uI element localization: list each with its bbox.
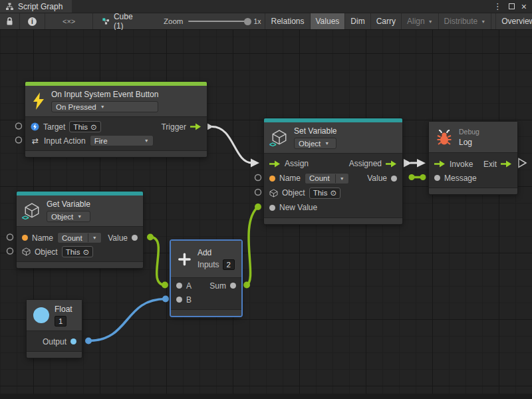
lock-icon (5, 17, 14, 26)
code-icon: <×> (63, 17, 75, 25)
target-picker-icon[interactable]: ⊙ (330, 188, 336, 198)
node-body: Assign Assigned Name Count▼ (264, 153, 402, 217)
wire-getvalue-to-a[interactable] (147, 234, 168, 289)
chevron-down-icon: ▼ (428, 19, 433, 24)
port-label: Sum (209, 281, 226, 291)
bug-icon (436, 128, 453, 146)
node-on-input-system-event[interactable]: On Input System Event Button On Pressed▼… (25, 82, 207, 157)
distribute-button[interactable]: Distribute▼ (439, 13, 492, 29)
info-icon: i (28, 17, 37, 26)
object-cube-icon (22, 247, 31, 256)
a-input-port[interactable] (176, 283, 182, 289)
graph-context-label: Cube (1) (114, 12, 136, 31)
port-label: A (186, 281, 192, 291)
toolbar-toggle-group: Relations Values Dim Carry Align▼ Distri… (265, 13, 532, 29)
window-menu-button[interactable]: ⋮ (493, 1, 502, 11)
wire-value-to-message[interactable] (409, 174, 426, 180)
chevron-down-icon: ▼ (88, 233, 97, 242)
relations-button[interactable]: Relations (265, 13, 310, 29)
node-float-literal[interactable]: Float 1 Output (27, 300, 82, 358)
trigger-flow-port[interactable] (190, 123, 201, 130)
chevron-down-icon: ▼ (481, 19, 485, 24)
target-object-chip[interactable]: This⊙ (69, 121, 100, 132)
node-add[interactable]: Add Inputs 2 A Sum (171, 241, 241, 316)
dim-button[interactable]: Dim (345, 13, 370, 29)
port-row-invoke: Invoke Exit (429, 157, 517, 171)
object-chip[interactable]: This⊙ (309, 188, 340, 199)
node-footer (27, 351, 82, 358)
code-preview-button[interactable]: <×> (45, 13, 93, 29)
overview-button[interactable]: Overview (495, 13, 532, 29)
wire-trigger-to-assign[interactable] (205, 122, 259, 168)
carry-button[interactable]: Carry (371, 13, 402, 29)
port-label: New Value (279, 203, 317, 212)
assign-flow-port[interactable] (269, 160, 281, 168)
value-output-port[interactable] (391, 176, 397, 182)
message-input-port[interactable] (434, 175, 440, 181)
name-value-port[interactable] (269, 176, 275, 182)
input-action-dropdown[interactable]: Fire▼ (90, 135, 154, 146)
port-label: Trigger (161, 122, 186, 132)
wire-assigned-to-invoke[interactable] (404, 159, 426, 168)
node-header: Debug Log (429, 122, 517, 152)
target-picker-icon[interactable]: ⊙ (82, 247, 89, 257)
node-body: Target This⊙ Trigger ⇄ (25, 116, 207, 150)
port-label: Target (43, 122, 65, 132)
zoom-control: Zoom 1x (160, 13, 265, 29)
node-header: <> Set Variable Object▼ (264, 122, 402, 153)
info-button[interactable]: i (20, 13, 45, 29)
port-row-assign: Assign Assigned (264, 156, 402, 171)
zoom-slider[interactable] (188, 21, 248, 22)
align-button[interactable]: Align▼ (402, 13, 439, 29)
getvar-name-port-unconnected (7, 234, 13, 240)
assigned-flow-port[interactable] (386, 160, 397, 168)
wire-sum-to-newvalue[interactable] (243, 203, 261, 289)
new-value-port[interactable] (269, 205, 275, 211)
lock-button[interactable] (0, 13, 20, 29)
exit-flow-port[interactable] (501, 160, 512, 168)
variable-name-dropdown[interactable]: Count▼ (305, 173, 349, 184)
event-mode-dropdown[interactable]: On Pressed▼ (51, 101, 158, 112)
wire-float-to-b[interactable] (85, 296, 169, 344)
object-cube-icon (269, 189, 278, 198)
port-row-output: Output (27, 334, 82, 348)
setvar-name-port-unconnected (255, 175, 261, 181)
graph-context-button[interactable]: Cube (1) (97, 13, 141, 29)
zoom-slider-handle[interactable] (244, 18, 251, 25)
output-port[interactable] (70, 338, 76, 344)
maximize-button[interactable] (509, 3, 515, 9)
tab-script-graph[interactable]: Script Graph (0, 0, 72, 13)
node-title: Set Variable (294, 126, 336, 136)
values-button[interactable]: Values (311, 13, 346, 29)
port-label: Assign (285, 159, 309, 168)
variable-kind-dropdown[interactable]: Object▼ (47, 211, 90, 222)
close-button[interactable]: × (521, 1, 527, 12)
node-title: Get Variable (47, 200, 90, 209)
graph-canvas[interactable]: On Input System Event Button On Pressed▼… (0, 30, 532, 399)
b-input-port[interactable] (176, 297, 182, 303)
port-row-new-value: New Value (264, 200, 402, 215)
node-footer (171, 309, 241, 316)
event-target-icon (31, 122, 39, 131)
getvar-object-port-unconnected (7, 248, 13, 254)
value-output-port[interactable] (132, 235, 138, 241)
target-picker-icon[interactable]: ⊙ (90, 122, 97, 132)
plus-icon (178, 249, 192, 269)
port-label: Name (279, 174, 301, 183)
variable-name-dropdown[interactable]: Count▼ (57, 232, 102, 243)
node-get-variable[interactable]: <> Get Variable Object▼ Name Count▼ (17, 192, 143, 268)
invoke-flow-port[interactable] (434, 160, 446, 168)
sum-output-port[interactable] (230, 283, 236, 289)
input-action-icon: ⇄ (31, 136, 40, 146)
float-value-field[interactable]: 1 (55, 316, 66, 327)
node-set-variable[interactable]: <> Set Variable Object▼ Assign (264, 118, 402, 224)
zoom-value: 1x (253, 17, 261, 25)
port-label: Value (367, 174, 387, 183)
object-chip[interactable]: This⊙ (62, 246, 93, 257)
port-label: Object (35, 247, 58, 257)
node-debug-log[interactable]: Debug Log Invoke Exit (429, 122, 517, 194)
graph-toolbar: i <×> Cube (1) Zoom 1x Relations Values … (0, 13, 532, 30)
inputs-count-field[interactable]: 2 (223, 259, 235, 270)
name-value-port[interactable] (22, 235, 28, 241)
variable-kind-dropdown[interactable]: Object▼ (294, 138, 336, 149)
